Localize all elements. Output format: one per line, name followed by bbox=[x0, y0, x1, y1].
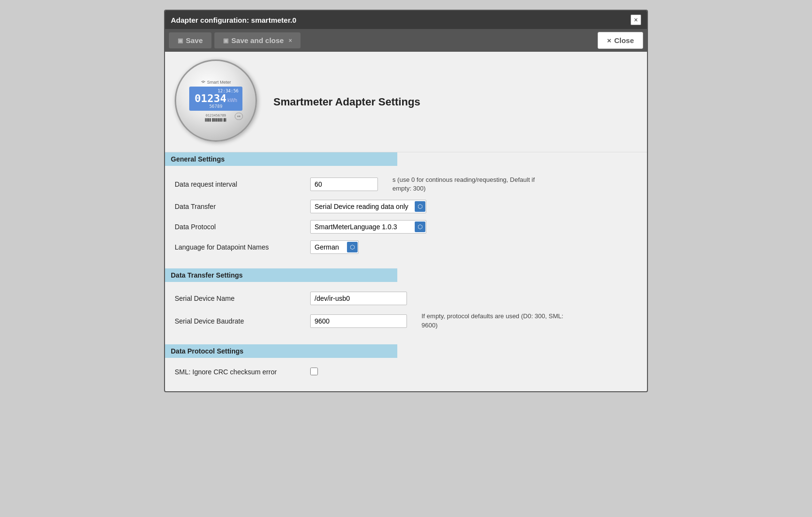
page-title: Smartmeter Adapter Settings bbox=[273, 96, 421, 108]
meter-unit: kWh bbox=[227, 98, 237, 103]
save-close-x-icon: × bbox=[288, 37, 292, 44]
data-transfer-settings-section: Data Transfer Settings Serial Device Nam… bbox=[165, 268, 647, 341]
language-row: Language for Datapoint Names German Engl… bbox=[175, 240, 637, 254]
save-close-label: Save and close bbox=[231, 36, 284, 44]
data-transfer-row: Data Transfer Serial Device reading data… bbox=[175, 200, 637, 213]
header-section: Smart Meter 12:34:56 01234 kWh 56789 012… bbox=[165, 52, 647, 152]
meter-screen: 12:34:56 01234 kWh 56789 bbox=[189, 87, 242, 111]
title-bar: Adapter configuration: smartmeter.0 × bbox=[165, 11, 647, 29]
data-transfer-control: Serial Device reading data only Serial D… bbox=[310, 200, 426, 213]
data-transfer-select[interactable]: Serial Device reading data only Serial D… bbox=[310, 200, 426, 213]
meter-circle: Smart Meter 12:34:56 01234 kWh 56789 012… bbox=[175, 59, 257, 142]
general-settings-header: General Settings bbox=[165, 152, 397, 166]
sml-ignore-crc-row: SML: Ignore CRC checksum error bbox=[175, 368, 637, 377]
language-label: Language for Datapoint Names bbox=[175, 243, 310, 251]
data-protocol-control: SmartMeterLanguage 1.0.3 D0 SML ⬡ bbox=[310, 220, 426, 234]
general-settings-section: General Settings Data request interval s… bbox=[165, 152, 647, 266]
data-request-interval-control bbox=[310, 177, 378, 191]
data-request-interval-row: Data request interval s (use 0 for conti… bbox=[175, 176, 637, 193]
data-protocol-settings-form: SML: Ignore CRC checksum error bbox=[165, 358, 647, 388]
meter-menu-dots: •• bbox=[235, 113, 243, 120]
serial-device-baudrate-hint: If empty, protocol defaults are used (D0… bbox=[421, 312, 567, 329]
serial-device-name-input[interactable] bbox=[310, 292, 407, 305]
data-transfer-settings-header: Data Transfer Settings bbox=[165, 268, 397, 282]
title-bar-close-icon: × bbox=[634, 16, 638, 24]
language-select[interactable]: German English bbox=[310, 240, 359, 254]
save-button[interactable]: ▣ Save bbox=[169, 32, 211, 48]
dialog-title: Adapter configuration: smartmeter.0 bbox=[171, 16, 296, 24]
sml-ignore-crc-control bbox=[310, 368, 318, 377]
save-close-icon: ▣ bbox=[223, 37, 228, 44]
language-control: German English ⬡ bbox=[310, 240, 359, 254]
serial-device-baudrate-input[interactable] bbox=[310, 314, 407, 328]
data-protocol-settings-section: Data Protocol Settings SML: Ignore CRC c… bbox=[165, 344, 647, 388]
meter-reading: 01234 bbox=[195, 93, 226, 104]
save-icon: ▣ bbox=[178, 37, 183, 44]
data-protocol-row: Data Protocol SmartMeterLanguage 1.0.3 D… bbox=[175, 220, 637, 234]
toolbar: ▣ Save ▣ Save and close × × Close bbox=[165, 29, 647, 52]
wifi-icon bbox=[201, 80, 206, 85]
serial-device-baudrate-label: Serial Device Baudrate bbox=[175, 317, 310, 325]
general-settings-form: Data request interval s (use 0 for conti… bbox=[165, 166, 647, 266]
meter-id: 0123456789 bbox=[206, 114, 226, 118]
data-protocol-settings-header: Data Protocol Settings bbox=[165, 344, 397, 358]
close-button[interactable]: × Close bbox=[598, 32, 643, 49]
adapter-config-dialog: Adapter configuration: smartmeter.0 × ▣ … bbox=[164, 10, 648, 392]
meter-image: Smart Meter 12:34:56 01234 kWh 56789 012… bbox=[175, 59, 262, 144]
data-transfer-settings-form: Serial Device Name Serial Device Baudrat… bbox=[165, 282, 647, 341]
data-protocol-select[interactable]: SmartMeterLanguage 1.0.3 D0 SML bbox=[310, 220, 426, 234]
serial-device-name-label: Serial Device Name bbox=[175, 295, 310, 302]
data-request-interval-input[interactable] bbox=[310, 177, 378, 191]
sml-ignore-crc-checkbox[interactable] bbox=[310, 368, 318, 375]
save-label: Save bbox=[186, 36, 203, 44]
sml-ignore-crc-label: SML: Ignore CRC checksum error bbox=[175, 368, 310, 376]
data-protocol-label: Data Protocol bbox=[175, 223, 310, 231]
data-transfer-label: Data Transfer bbox=[175, 203, 310, 210]
data-request-interval-hint: s (use 0 for continous reading/requestin… bbox=[392, 176, 538, 193]
title-bar-close-button[interactable]: × bbox=[631, 15, 641, 25]
save-and-close-button[interactable]: ▣ Save and close × bbox=[214, 32, 301, 48]
meter-barcode: ▌▌▌▌▌▐▌▌▌▌▌▌▌▌▐▌▌ bbox=[205, 118, 226, 121]
serial-device-baudrate-control bbox=[310, 314, 407, 328]
serial-device-name-row: Serial Device Name bbox=[175, 292, 637, 305]
close-label: Close bbox=[614, 36, 634, 44]
serial-device-baudrate-row: Serial Device Baudrate If empty, protoco… bbox=[175, 312, 637, 329]
serial-device-name-control bbox=[310, 292, 407, 305]
meter-secondary: 56789 bbox=[193, 104, 239, 109]
data-request-interval-label: Data request interval bbox=[175, 180, 310, 188]
meter-brand: Smart Meter bbox=[201, 80, 231, 85]
close-x-icon: × bbox=[607, 36, 611, 44]
content-area: Smart Meter 12:34:56 01234 kWh 56789 012… bbox=[165, 52, 647, 388]
